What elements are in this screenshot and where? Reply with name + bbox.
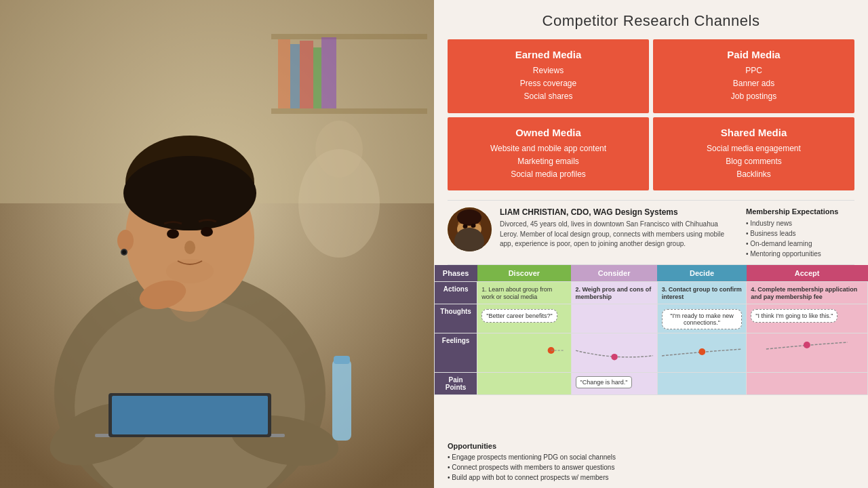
media-card-item: Blog comments [661,155,846,168]
media-card-paid-media: Paid MediaPPCBanner adsJob postings [653,39,854,113]
thought-bubble-decide: "I'm ready to make new connections." [662,309,743,329]
svg-point-38 [463,224,468,228]
feelings-accept [747,333,868,373]
avatar-image [448,207,492,251]
thought-bubble-accept: "I think I'm going to like this." [751,309,837,323]
svg-rect-8 [313,47,321,108]
pain-discover [477,373,571,395]
media-card-earned-media: Earned MediaReviewsPress coverageSocial … [448,39,649,113]
journey-section: Phases Discover Consider Decide Accept A… [434,265,868,438]
action-1-text: 1. Learn about group from work or social… [481,286,552,300]
media-card-title-owned-media: Owned Media [456,127,641,138]
svg-rect-30 [334,356,350,364]
svg-point-20 [184,241,195,254]
svg-rect-6 [290,44,300,108]
th-discover: Discover [477,265,571,282]
media-card-item: Social shares [456,90,641,103]
thoughts-label: Thoughts [435,304,477,333]
svg-point-22 [117,230,134,251]
svg-point-45 [804,342,810,348]
svg-rect-7 [300,41,313,108]
thoughts-decide: "I'm ready to make new connections." [657,304,747,333]
media-card-item: Social media engagement [661,142,846,155]
th-phases: Phases [435,265,477,282]
media-card-item: Banner ads [661,77,846,90]
svg-point-32 [315,121,363,178]
th-consider: Consider [571,265,657,282]
expectations-item: • On-demand learning [746,239,854,249]
media-card-title-paid-media: Paid Media [661,49,846,60]
svg-point-18 [167,229,179,239]
photo-illustration [0,0,434,488]
media-card-item: Marketing emails [456,155,641,168]
th-accept: Accept [747,265,868,282]
feelings-accept-graph [751,337,863,367]
expectations-item: • Mentoring opportunities [746,249,854,259]
journey-table: Phases Discover Consider Decide Accept A… [434,265,868,395]
expectations-title: Membership Expectations [746,207,854,216]
media-card-owned-media: Owned MediaWebsite and mobile app conten… [448,117,649,191]
actions-row: Actions 1. Learn about group from work o… [435,282,868,304]
opportunities-list: • Engage prospects mentioning PDG on soc… [448,452,854,483]
research-title: Competitor Research Channels [448,12,854,30]
persona-name: LIAM CHRISTIAN, CDO, WAG Design Systems [500,207,738,217]
media-card-item: Backlinks [661,168,846,181]
thoughts-discover: "Better career benefits?" [477,304,571,333]
content-panel: Competitor Research Channels Earned Medi… [434,0,868,488]
opportunities-title: Opportunities [448,442,854,450]
feelings-consider-graph [576,337,653,367]
media-card-item: Job postings [661,90,846,103]
pain-decide [657,373,747,395]
opportunities-section: Opportunities • Engage prospects mention… [434,438,868,488]
persona-description: Divorced, 45 years old, lives in downtow… [500,220,738,249]
thoughts-consider [571,304,657,333]
persona-info: LIAM CHRISTIAN, CDO, WAG Design Systems … [500,207,738,249]
expectations-list: • Industry news• Business leads• On-dema… [746,218,854,259]
feelings-discover-graph [481,337,566,367]
feelings-decide [657,333,747,373]
svg-point-21 [166,259,214,283]
actions-label: Actions [435,282,477,304]
svg-point-43 [611,354,618,361]
svg-rect-4 [271,108,427,114]
actions-discover: 1. Learn about group from work or social… [477,282,571,304]
pain-accept [747,373,868,395]
svg-point-24 [122,250,126,254]
avatar [448,207,492,251]
media-card-item: Website and mobile app content [456,142,641,155]
research-section: Competitor Research Channels Earned Medi… [434,0,868,200]
actions-consider: 2. Weigh pros and cons of membership [571,282,657,304]
membership-expectations: Membership Expectations • Industry news•… [746,207,854,259]
svg-rect-29 [332,359,351,441]
opportunities-item: • Connect prospects with members to answ… [448,462,854,472]
feelings-decide-graph [662,337,743,367]
svg-point-17 [123,156,256,230]
svg-rect-28 [112,396,268,434]
svg-point-39 [471,224,476,228]
feelings-row: Feelings [435,333,868,373]
svg-rect-5 [278,39,290,108]
actions-accept: 4. Complete membership application and p… [747,282,868,304]
opportunities-item: • Engage prospects mentioning PDG on soc… [448,452,854,462]
svg-point-19 [201,227,213,237]
expectations-item: • Business leads [746,228,854,239]
feelings-discover [477,333,571,373]
media-card-item: Social media profiles [456,168,641,181]
media-card-shared-media: Shared MediaSocial media engagementBlog … [653,117,854,191]
thoughts-row: Thoughts "Better career benefits?" "I'm … [435,304,868,333]
media-card-title-earned-media: Earned Media [456,49,641,60]
svg-rect-3 [271,34,427,39]
feelings-label: Feelings [435,333,477,373]
photo-panel [0,0,434,488]
svg-point-35 [457,209,481,226]
expectations-item: • Industry news [746,218,854,228]
thought-bubble-discover: "Better career benefits?" [481,309,557,323]
pain-quote-consider: "Change is hard." [576,376,633,388]
svg-point-44 [698,348,705,355]
thoughts-accept: "I think I'm going to like this." [747,304,868,333]
actions-decide: 3. Contact group to confirm interest [657,282,747,304]
action-2-text: 2. Weigh pros and cons of membership [576,286,652,300]
media-card-item: PPC [661,64,846,77]
persona-section: LIAM CHRISTIAN, CDO, WAG Design Systems … [434,201,868,264]
pain-points-label: Pain Points [435,373,477,395]
